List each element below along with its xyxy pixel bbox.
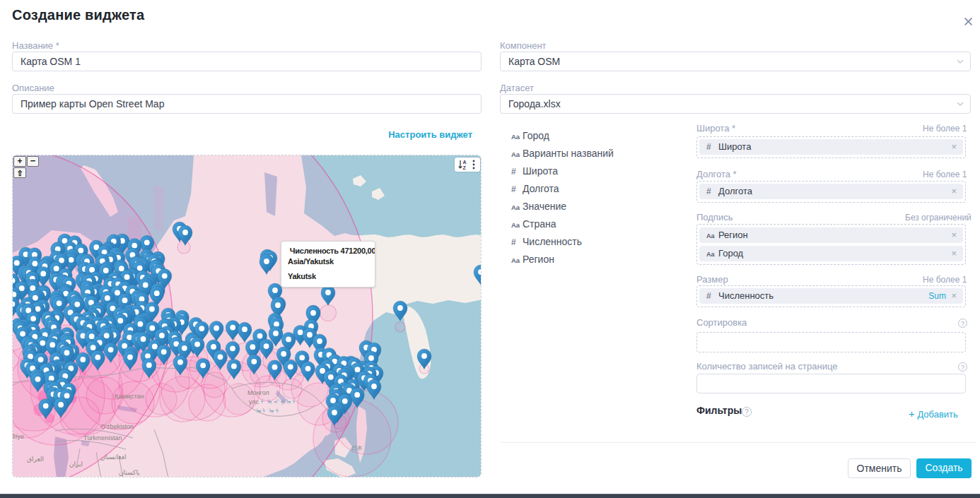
svg-text:kiye: kiye (13, 433, 24, 440)
svg-text:Z: Z (463, 165, 467, 170)
svg-text:O’zbekiston: O’zbekiston (100, 423, 134, 430)
svg-text:ᠤᠯᠤᠰ: ᠤᠯᠤᠰ (256, 408, 281, 415)
svg-text:Қазақстан: Қазақстан (115, 393, 144, 400)
svg-text:улс ᠮᠣᠩᠭᠣᠯ: улс ᠮᠣᠩᠭᠣᠯ (249, 398, 299, 405)
svg-text:Türkmenistan: Türkmenistan (83, 434, 122, 441)
svg-text:العراق: العراق (27, 456, 44, 463)
svg-text:A: A (463, 160, 467, 165)
svg-text:Монгол: Монгол (247, 389, 269, 396)
svg-text:日本: 日本 (351, 445, 363, 451)
svg-text:پاکستان: پاکستان (119, 469, 140, 476)
svg-text:افغانستان: افغانستان (100, 453, 127, 461)
svg-text:ايران: ايران (69, 461, 83, 468)
